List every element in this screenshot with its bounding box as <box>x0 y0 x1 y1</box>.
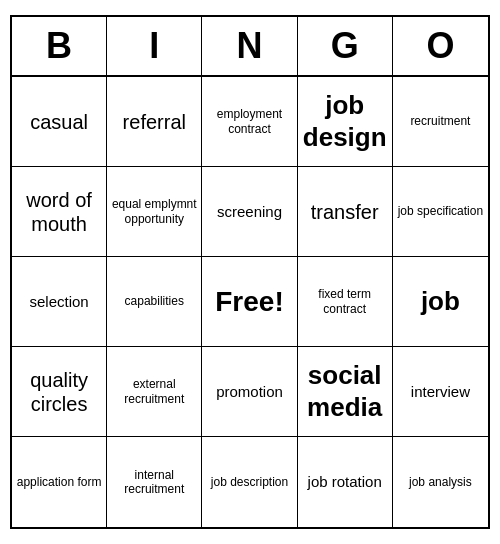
bingo-cell-23: job rotation <box>298 437 393 527</box>
bingo-grid: casualreferralemployment contractjob des… <box>12 77 488 527</box>
bingo-card: BINGO casualreferralemployment contractj… <box>10 15 490 529</box>
bingo-cell-17: promotion <box>202 347 297 437</box>
bingo-cell-4: recruitment <box>393 77 488 167</box>
bingo-cell-18: social media <box>298 347 393 437</box>
header-letter-b: B <box>12 17 107 75</box>
header-letter-o: O <box>393 17 488 75</box>
bingo-cell-14: job <box>393 257 488 347</box>
bingo-cell-9: job specification <box>393 167 488 257</box>
bingo-cell-20: application form <box>12 437 107 527</box>
bingo-cell-19: interview <box>393 347 488 437</box>
header-letter-n: N <box>202 17 297 75</box>
bingo-cell-3: job design <box>298 77 393 167</box>
bingo-cell-5: word of mouth <box>12 167 107 257</box>
bingo-cell-21: internal recruitment <box>107 437 202 527</box>
bingo-header: BINGO <box>12 17 488 77</box>
bingo-cell-2: employment contract <box>202 77 297 167</box>
bingo-cell-11: capabilities <box>107 257 202 347</box>
bingo-cell-15: quality circles <box>12 347 107 437</box>
bingo-cell-7: screening <box>202 167 297 257</box>
bingo-cell-22: job description <box>202 437 297 527</box>
bingo-cell-0: casual <box>12 77 107 167</box>
bingo-cell-1: referral <box>107 77 202 167</box>
bingo-cell-13: fixed term contract <box>298 257 393 347</box>
bingo-cell-8: transfer <box>298 167 393 257</box>
bingo-cell-24: job analysis <box>393 437 488 527</box>
bingo-cell-10: selection <box>12 257 107 347</box>
bingo-cell-12: Free! <box>202 257 297 347</box>
header-letter-g: G <box>298 17 393 75</box>
bingo-cell-16: external recruitment <box>107 347 202 437</box>
bingo-cell-6: equal emplymnt opportunity <box>107 167 202 257</box>
header-letter-i: I <box>107 17 202 75</box>
